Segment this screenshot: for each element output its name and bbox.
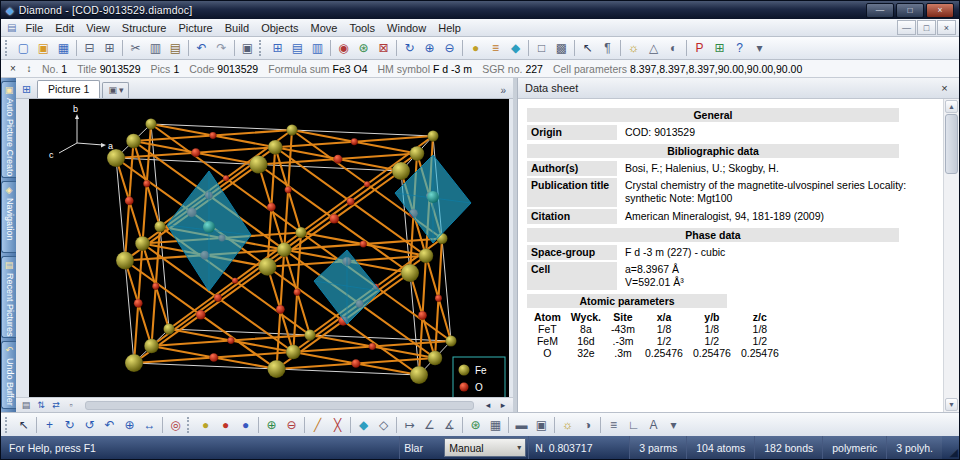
help-icon[interactable]: ?: [730, 39, 749, 57]
pin-infobar-icon[interactable]: ↕: [22, 62, 36, 76]
menu-objects[interactable]: Objects: [255, 21, 304, 35]
add-bonds-icon[interactable]: ≡: [486, 39, 505, 57]
walls-icon[interactable]: ▬: [512, 416, 531, 434]
add-atom-icon[interactable]: ⊕: [262, 416, 281, 434]
previous-picture-icon[interactable]: ◂: [481, 399, 495, 411]
o-atom[interactable]: [418, 311, 427, 320]
close-panel-icon[interactable]: ×: [937, 81, 952, 95]
page-list-icon[interactable]: ▤: [19, 399, 33, 411]
powder-diffraction-icon[interactable]: P: [690, 39, 709, 57]
resize-grip-icon[interactable]: ◢: [942, 436, 959, 459]
menu-picture[interactable]: Picture: [172, 21, 218, 35]
fe-atom[interactable]: [250, 156, 268, 174]
data-sheet-scrollbar[interactable]: ▲ ▼: [943, 99, 959, 412]
paste-icon[interactable]: ▤: [166, 39, 185, 57]
labels-icon[interactable]: A: [644, 416, 663, 434]
title-bar[interactable]: ◆ Diamond - [COD-9013529.diamdoc] — □ ×: [1, 1, 959, 19]
fe-atom[interactable]: [268, 140, 283, 155]
properties-icon[interactable]: ¶: [598, 39, 617, 57]
fe-atom[interactable]: [126, 134, 141, 149]
fe-atom[interactable]: [144, 339, 159, 354]
o-atom[interactable]: [214, 294, 222, 302]
print-preview-icon[interactable]: ⊞: [100, 39, 119, 57]
o-atom[interactable]: [232, 278, 238, 284]
toolbar-grip[interactable]: [5, 40, 10, 56]
pointer-mode-icon[interactable]: ↖: [578, 39, 597, 57]
select-mode-icon[interactable]: ↖: [14, 416, 33, 434]
structure-view[interactable]: bacFeO: [29, 99, 509, 405]
copy-image-icon[interactable]: ▣: [238, 39, 257, 57]
toolbar-grip[interactable]: [5, 417, 10, 433]
central-atom[interactable]: [427, 191, 439, 203]
o-atom[interactable]: [223, 175, 229, 181]
add-atoms-icon[interactable]: ●: [466, 39, 485, 57]
o-atom[interactable]: [152, 283, 159, 290]
tracking-icon[interactable]: ◎: [166, 416, 185, 434]
horizontal-scrollbar[interactable]: [85, 401, 474, 410]
move-mode-icon[interactable]: +: [40, 416, 59, 434]
fe-atom[interactable]: [286, 345, 301, 360]
fe-atom[interactable]: [146, 119, 157, 130]
atom-generic-icon[interactable]: ●: [236, 416, 255, 434]
o-atom[interactable]: [364, 181, 370, 187]
scroll-down-icon[interactable]: ▼: [945, 398, 958, 411]
depth-cueing-icon[interactable]: ◑: [578, 416, 597, 434]
scrollbar-thumb[interactable]: [945, 114, 958, 174]
rotate-z-icon[interactable]: ↶: [100, 416, 119, 434]
cut-icon[interactable]: ✂: [126, 39, 145, 57]
tab-picture-1[interactable]: Picture 1: [37, 80, 100, 98]
open-file-icon[interactable]: ▣: [34, 39, 53, 57]
create-polyhedra-icon[interactable]: ◆: [354, 416, 373, 434]
mode-combobox[interactable]: Manual ▾: [444, 438, 526, 457]
mdi-close-button[interactable]: ×: [937, 20, 956, 35]
minimize-button[interactable]: —: [866, 3, 894, 18]
menu-tools[interactable]: Tools: [343, 21, 381, 35]
menu-edit[interactable]: Edit: [49, 21, 80, 35]
fit-height-icon[interactable]: ⇅: [34, 399, 48, 411]
fe-atom[interactable]: [392, 162, 410, 180]
pack-cell-icon[interactable]: ▩: [552, 39, 571, 57]
tab-overflow-icon[interactable]: »: [495, 85, 511, 98]
copy-icon[interactable]: ▥: [146, 39, 165, 57]
o-atom[interactable]: [334, 155, 343, 164]
side-tab-navigation[interactable]: ◈Navigation: [1, 181, 16, 253]
bottom-toolbar-options-icon[interactable]: ▾: [664, 416, 683, 434]
menu-structure[interactable]: Structure: [116, 21, 173, 35]
menu-build[interactable]: Build: [219, 21, 255, 35]
o-atom[interactable]: [267, 203, 276, 212]
menu-help[interactable]: Help: [432, 21, 467, 35]
toolbar-grip[interactable]: [259, 40, 264, 56]
menu-view[interactable]: View: [80, 21, 116, 35]
rotate-view-icon[interactable]: ↻: [400, 39, 419, 57]
fe-atom[interactable]: [410, 366, 428, 384]
o-atom[interactable]: [276, 305, 285, 314]
mdi-restore-button[interactable]: □: [917, 20, 936, 35]
stereo-icon[interactable]: ◐: [664, 39, 683, 57]
o-atom[interactable]: [191, 148, 200, 157]
fill-cell-icon[interactable]: ▦: [486, 416, 505, 434]
distances-view-icon[interactable]: ▥: [308, 39, 327, 57]
fe-atom[interactable]: [410, 146, 425, 161]
fe-atom[interactable]: [277, 242, 292, 257]
o-atom[interactable]: [294, 289, 301, 296]
redo-icon[interactable]: ↷: [212, 39, 231, 57]
rotate-x-icon[interactable]: ↻: [60, 416, 79, 434]
structure-wizard-icon[interactable]: ◉: [334, 39, 353, 57]
o-atom[interactable]: [143, 180, 150, 187]
fe-atom[interactable]: [419, 249, 434, 264]
toolbar-options-icon[interactable]: ▾: [750, 39, 769, 57]
central-atom[interactable]: [203, 221, 215, 233]
scroll-up-icon[interactable]: ▲: [945, 100, 958, 113]
atom-fe-icon[interactable]: ●: [196, 416, 215, 434]
o-atom[interactable]: [347, 198, 355, 206]
delete-picture-icon[interactable]: ⊠: [374, 39, 393, 57]
zoom-out-icon[interactable]: ⊖: [440, 39, 459, 57]
o-atom[interactable]: [352, 359, 361, 368]
fe-atom[interactable]: [268, 360, 286, 378]
atom-o-icon[interactable]: ●: [216, 416, 235, 434]
grow-cluster-icon[interactable]: ⊛: [466, 416, 485, 434]
fe-atom[interactable]: [125, 354, 143, 372]
fe-atom[interactable]: [287, 125, 298, 136]
o-atom[interactable]: [285, 186, 292, 193]
o-atom[interactable]: [360, 241, 367, 248]
